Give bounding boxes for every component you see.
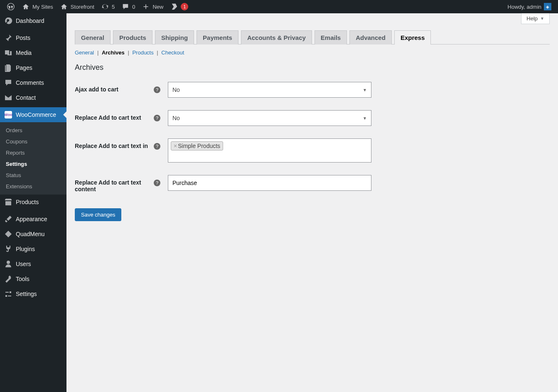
select-replace-text[interactable]: No ▼ [168, 110, 371, 126]
help-icon[interactable]: ? [154, 143, 160, 150]
sidebar-item-woocommerce[interactable]: Woo WooCommerce [0, 107, 66, 122]
brush-icon [4, 215, 12, 223]
sidebar-item-plugins[interactable]: Plugins [0, 242, 66, 256]
sidebar-label: Posts [16, 35, 30, 41]
select-value: No [172, 115, 180, 121]
save-changes-button[interactable]: Save changes [75, 208, 121, 221]
tab-express[interactable]: Express [394, 30, 431, 44]
wordpress-icon [7, 2, 15, 11]
row-ajax-add-to-cart: Ajax add to cart ? No ▼ [75, 82, 374, 98]
help-label: Help [526, 15, 538, 22]
settings-tabs: General Products Shipping Payments Accou… [75, 30, 550, 44]
sidebar-item-media[interactable]: Media [0, 45, 66, 60]
sidebar-item-posts[interactable]: Posts [0, 30, 66, 45]
yoast[interactable]: 1 [167, 0, 192, 13]
sidebar-item-comments[interactable]: Comments [0, 75, 66, 90]
my-sites-label: My Sites [32, 4, 53, 10]
submenu-extensions[interactable]: Extensions [0, 181, 66, 192]
sidebar-label: Settings [16, 291, 37, 297]
tab-accounts[interactable]: Accounts & Privacy [241, 30, 312, 44]
avatar-icon: ◈ [544, 3, 551, 10]
media-icon [4, 49, 12, 57]
quad-icon [4, 230, 12, 238]
wordpress-logo[interactable] [3, 0, 18, 13]
sidebar-item-products[interactable]: Products [0, 195, 66, 210]
admin-sidebar: Dashboard Posts Media Pages Comments Con… [0, 13, 66, 392]
submenu-settings[interactable]: Settings [0, 158, 66, 170]
multiselect-replace-in[interactable]: × Simple Products [168, 138, 371, 163]
subnav-general[interactable]: General [75, 49, 94, 56]
sidebar-label: Media [16, 49, 32, 56]
sidebar-item-settings[interactable]: Settings [0, 286, 66, 301]
label-replace-content: Replace Add to cart text content [75, 175, 154, 192]
update-icon [101, 2, 109, 11]
sliders-icon [4, 290, 12, 298]
help-tab[interactable]: Help ▼ [521, 13, 550, 24]
chip-simple-products: × Simple Products [171, 141, 223, 150]
input-replace-content[interactable] [168, 175, 371, 191]
comments[interactable]: 0 [118, 0, 138, 13]
label-ajax: Ajax add to cart [75, 82, 154, 93]
my-sites[interactable]: My Sites [18, 0, 57, 13]
help-icon[interactable]: ? [154, 115, 160, 121]
comments-icon [4, 79, 12, 87]
howdy[interactable]: Howdy, admin ◈ [504, 0, 555, 13]
plug-icon [4, 245, 12, 253]
label-replace-in: Replace Add to cart text in [75, 138, 154, 149]
sidebar-label: WooCommerce [16, 111, 56, 118]
archive-icon [4, 198, 12, 206]
tab-emails[interactable]: Emails [315, 30, 347, 44]
site-name[interactable]: Storefront [57, 0, 98, 13]
svg-point-0 [7, 3, 14, 10]
tab-advanced[interactable]: Advanced [349, 30, 392, 44]
sidebar-item-dashboard[interactable]: Dashboard [0, 13, 66, 28]
tab-shipping[interactable]: Shipping [155, 30, 194, 44]
chevron-down-icon: ▼ [363, 88, 367, 92]
mail-icon [4, 94, 12, 102]
sidebar-item-pages[interactable]: Pages [0, 60, 66, 75]
sidebar-item-tools[interactable]: Tools [0, 271, 66, 286]
subnav-products[interactable]: Products [132, 49, 153, 56]
site-name-label: Storefront [71, 4, 94, 10]
submenu-reports[interactable]: Reports [0, 147, 66, 158]
updates-count: 5 [112, 4, 115, 10]
sub-nav: General | Archives | Products | Checkout [75, 49, 550, 56]
sidebar-item-appearance[interactable]: Appearance [0, 212, 66, 227]
submenu-coupons[interactable]: Coupons [0, 136, 66, 147]
user-icon [4, 260, 12, 268]
sidebar-label: Dashboard [16, 17, 44, 24]
main-content: Help ▼ General Products Shipping Payment… [66, 13, 558, 392]
select-ajax[interactable]: No ▼ [168, 82, 371, 98]
yoast-badge: 1 [181, 3, 188, 10]
chip-label: Simple Products [178, 143, 220, 149]
label-replace-text: Replace Add to cart text [75, 110, 154, 121]
tab-general[interactable]: General [75, 30, 111, 44]
section-title: Archives [75, 63, 550, 72]
new-content[interactable]: New [138, 0, 167, 13]
sidebar-label: Products [16, 199, 39, 205]
updates[interactable]: 5 [98, 0, 118, 13]
sidebar-label: Comments [16, 79, 44, 86]
comment-icon [121, 2, 130, 11]
tab-payments[interactable]: Payments [197, 30, 238, 44]
sidebar-label: QuadMenu [16, 231, 44, 237]
sidebar-item-contact[interactable]: Contact [0, 90, 66, 105]
sites-icon [22, 2, 30, 11]
plus-icon [142, 2, 150, 11]
help-icon[interactable]: ? [154, 180, 160, 186]
sidebar-item-quadmenu[interactable]: QuadMenu [0, 227, 66, 242]
yoast-icon [170, 2, 178, 11]
admin-bar: My Sites Storefront 5 0 New 1 Howdy, adm… [0, 0, 558, 13]
chevron-down-icon: ▼ [363, 116, 367, 121]
remove-chip-icon[interactable]: × [174, 143, 177, 149]
settings-form: Ajax add to cart ? No ▼ Replace Add to c… [75, 82, 374, 192]
sidebar-label: Tools [16, 276, 29, 282]
submenu-orders[interactable]: Orders [0, 125, 66, 136]
tab-products[interactable]: Products [113, 30, 152, 44]
submenu-status[interactable]: Status [0, 170, 66, 181]
sidebar-item-users[interactable]: Users [0, 256, 66, 271]
help-icon[interactable]: ? [154, 86, 160, 93]
subnav-checkout[interactable]: Checkout [161, 49, 184, 56]
howdy-label: Howdy, admin [508, 4, 541, 10]
subnav-archives[interactable]: Archives [102, 49, 125, 56]
